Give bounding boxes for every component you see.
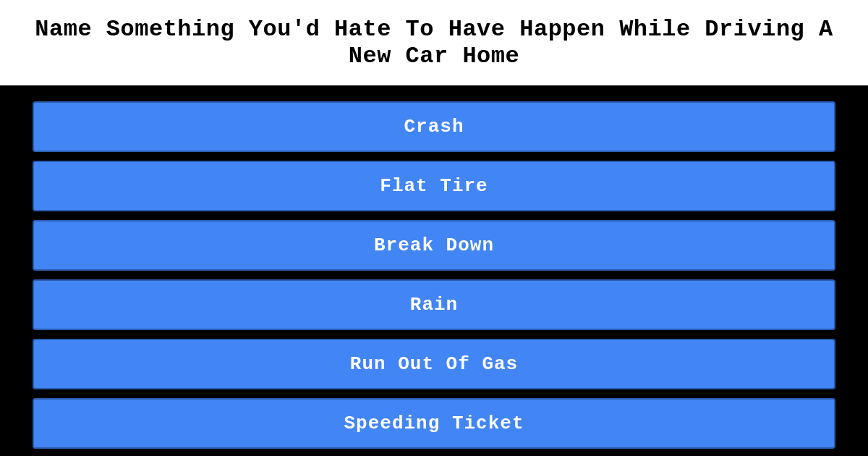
answer-text-2: Flat Tire xyxy=(380,175,488,197)
answer-text-4: Rain xyxy=(410,294,458,316)
page-title: Name Something You'd Hate To Have Happen… xyxy=(22,16,846,69)
answer-text-6: Speeding Ticket xyxy=(344,413,524,434)
answer-row-1: Crash xyxy=(33,101,835,152)
answer-row-4: Rain xyxy=(33,279,835,330)
header: Name Something You'd Hate To Have Happen… xyxy=(0,0,868,88)
answer-text-3: Break Down xyxy=(374,235,494,256)
answer-row-2: Flat Tire xyxy=(33,161,835,211)
answer-row-6: Speeding Ticket xyxy=(33,398,835,449)
answers-container: CrashFlat TireBreak DownRainRun Out Of G… xyxy=(0,88,868,456)
answer-row-3: Break Down xyxy=(33,220,835,271)
answer-text-5: Run Out Of Gas xyxy=(350,353,518,375)
answer-text-1: Crash xyxy=(404,116,464,138)
answer-row-5: Run Out Of Gas xyxy=(33,339,835,389)
